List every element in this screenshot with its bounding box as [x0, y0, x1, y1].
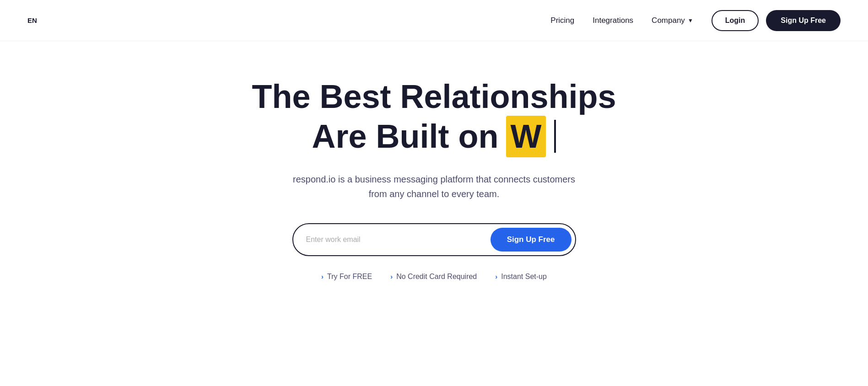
highlight-box: W — [506, 116, 546, 157]
badge-no-credit-card-label: No Credit Card Required — [396, 273, 477, 281]
login-button[interactable]: Login — [712, 10, 759, 31]
badge-instant-setup: › Instant Set-up — [495, 273, 547, 281]
hero-section: The Best Relationships Are Built on W re… — [0, 41, 868, 308]
signup-hero-button[interactable]: Sign Up Free — [491, 228, 571, 252]
navbar: EN Pricing Integrations Company ▼ Login … — [0, 0, 868, 41]
badge-no-credit-card: › No Credit Card Required — [390, 273, 477, 281]
badge-try-free: › Try For FREE — [321, 273, 372, 281]
badge-try-free-label: Try For FREE — [327, 273, 372, 281]
badge-instant-setup-label: Instant Set-up — [501, 273, 547, 281]
chevron-right-icon-no-credit-card: › — [390, 273, 393, 280]
navbar-left: EN — [27, 16, 37, 24]
cursor-blink — [554, 120, 556, 153]
hero-title-line1: The Best Relationships — [252, 78, 616, 116]
email-input[interactable] — [306, 236, 491, 244]
company-label: Company — [652, 16, 685, 25]
hero-subtitle: respond.io is a business messaging platf… — [288, 172, 581, 201]
nav-link-company[interactable]: Company ▼ — [652, 16, 693, 25]
nav-actions: Login Sign Up Free — [712, 10, 841, 31]
language-selector[interactable]: EN — [27, 16, 37, 24]
highlight-letter: W — [511, 118, 542, 155]
chevron-right-icon-instant-setup: › — [495, 273, 497, 280]
chevron-down-icon: ▼ — [688, 17, 693, 24]
hero-badges: › Try For FREE › No Credit Card Required… — [321, 273, 547, 281]
signup-nav-button[interactable]: Sign Up Free — [766, 10, 841, 31]
nav-link-integrations[interactable]: Integrations — [593, 16, 633, 25]
hero-title-prefix: Are Built on — [312, 118, 499, 155]
chevron-right-icon-try-free: › — [321, 273, 323, 280]
nav-link-pricing[interactable]: Pricing — [550, 16, 574, 25]
navbar-right: Pricing Integrations Company ▼ Login Sig… — [550, 10, 841, 31]
hero-title-line2: Are Built on W — [252, 116, 616, 157]
hero-title: The Best Relationships Are Built on W — [252, 78, 616, 157]
email-form: Sign Up Free — [292, 223, 576, 256]
